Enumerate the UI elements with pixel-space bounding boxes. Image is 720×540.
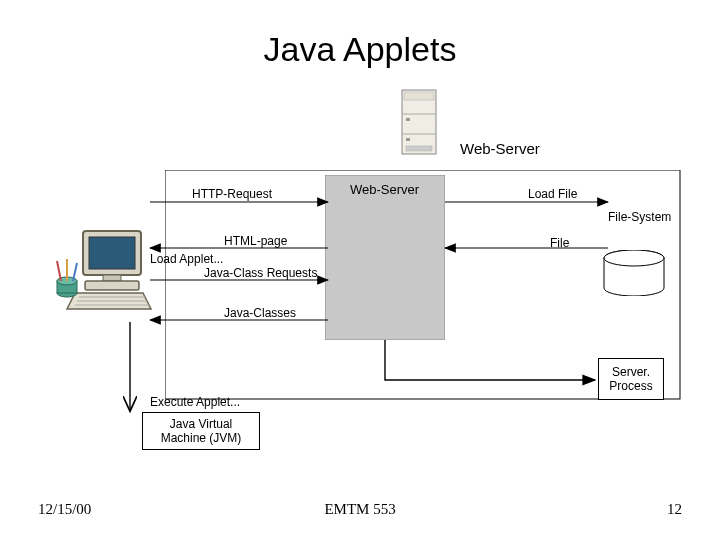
web-server-box	[325, 175, 445, 340]
http-request-label: HTTP-Request	[192, 187, 272, 201]
client-computer-icon	[55, 225, 155, 320]
svg-line-20	[57, 261, 61, 281]
svg-rect-10	[89, 237, 135, 269]
execute-applet-label: Execute Applet...	[150, 395, 240, 409]
slide: Java Applets Web-Server Web-Server	[0, 0, 720, 540]
svg-rect-5	[406, 138, 410, 141]
svg-rect-8	[325, 175, 445, 340]
java-class-requests-label: Java-Class Requests	[204, 266, 317, 280]
java-classes-label: Java-Classes	[224, 306, 296, 320]
footer-page: 12	[667, 501, 682, 518]
svg-rect-1	[404, 92, 434, 100]
jvm-box: Java Virtual Machine (JVM)	[142, 412, 260, 450]
server-tower-icon	[400, 88, 440, 158]
footer-center: EMTM 553	[0, 501, 720, 518]
database-icon	[602, 250, 666, 296]
svg-rect-11	[103, 275, 121, 281]
file-system-label: File-System	[608, 210, 671, 224]
svg-rect-12	[85, 281, 139, 290]
load-file-label: Load File	[528, 187, 577, 201]
load-applet-label: Load Applet...	[150, 252, 223, 266]
web-server-label-top: Web-Server	[460, 140, 540, 157]
server-process-box: Server. Process	[598, 358, 664, 400]
svg-rect-4	[406, 118, 410, 121]
svg-rect-6	[406, 146, 432, 151]
html-page-label: HTML-page	[224, 234, 287, 248]
slide-title: Java Applets	[0, 30, 720, 69]
web-server-label-inner: Web-Server	[350, 182, 419, 197]
file-label: File	[550, 236, 569, 250]
svg-point-24	[604, 250, 664, 266]
